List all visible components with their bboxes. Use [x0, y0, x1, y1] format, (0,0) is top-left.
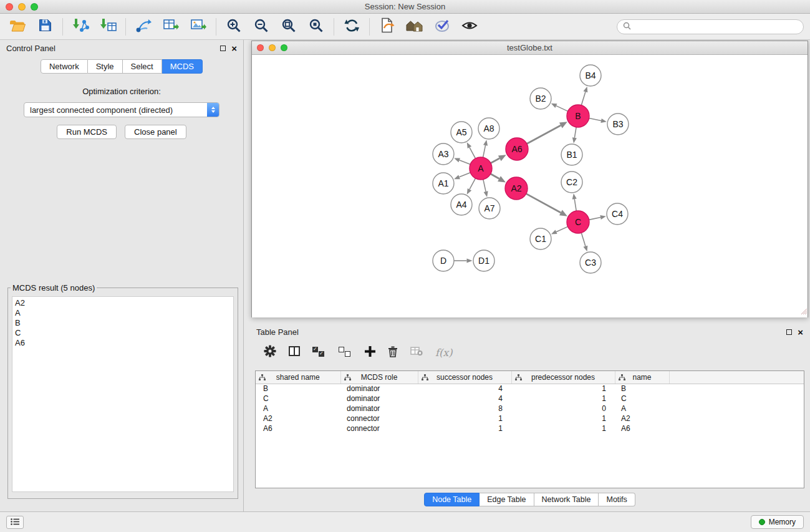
- graph-node-A4[interactable]: A4: [451, 194, 472, 215]
- graph-edge-C-C2[interactable]: [574, 199, 576, 211]
- list-item[interactable]: C: [15, 328, 233, 338]
- table-row[interactable]: A6connector11A6: [256, 423, 804, 433]
- home-button[interactable]: [403, 16, 426, 37]
- graph-node-D[interactable]: D: [433, 250, 454, 271]
- graph-node-C1[interactable]: C1: [530, 228, 551, 249]
- graph-edge-A-A2[interactable]: [491, 174, 499, 179]
- delete-table-button[interactable]: [410, 346, 423, 359]
- column-header[interactable]: MCDS role: [340, 371, 418, 384]
- resize-grip-icon[interactable]: [799, 306, 807, 317]
- minimize-view-button[interactable]: [269, 44, 276, 51]
- zoom-fit-button[interactable]: [277, 16, 300, 37]
- import-network-button[interactable]: [69, 16, 92, 37]
- network-share-button[interactable]: [132, 16, 155, 37]
- tab-mcds[interactable]: MCDS: [162, 59, 203, 74]
- graph-node-B4[interactable]: B4: [580, 65, 601, 86]
- tab-network-table[interactable]: Network Table: [534, 493, 599, 506]
- close-panel-button[interactable]: Close panel: [125, 125, 186, 139]
- graph-node-A6[interactable]: A6: [506, 138, 528, 160]
- list-item[interactable]: A: [15, 308, 233, 318]
- zoom-in-button[interactable]: [223, 16, 245, 37]
- graph-edge-A-A7[interactable]: [483, 180, 486, 192]
- graph-edge-A-A1[interactable]: [460, 173, 471, 177]
- search-input[interactable]: [635, 22, 798, 31]
- minimize-window-button[interactable]: [18, 3, 26, 11]
- graph-node-A3[interactable]: A3: [433, 143, 454, 165]
- show-graphics-button[interactable]: [458, 16, 481, 37]
- import-table-button[interactable]: [97, 16, 119, 37]
- graph-edge-B-B1[interactable]: [574, 127, 576, 138]
- graph-node-A7[interactable]: A7: [479, 198, 500, 219]
- tab-style[interactable]: Style: [88, 59, 123, 74]
- refresh-layout-button[interactable]: [340, 16, 363, 37]
- graph-node-A8[interactable]: A8: [478, 118, 499, 139]
- float-panel-icon[interactable]: [220, 46, 226, 51]
- graph-edge-B-B3[interactable]: [589, 118, 601, 121]
- show-columns-button[interactable]: [289, 346, 300, 359]
- close-window-button[interactable]: [6, 3, 13, 11]
- table-row[interactable]: Bdominator41B: [256, 384, 804, 394]
- column-header[interactable]: name: [615, 371, 669, 384]
- select-all-button[interactable]: [312, 347, 326, 358]
- graph-node-A2[interactable]: A2: [505, 177, 528, 200]
- zoom-out-button[interactable]: [250, 16, 272, 37]
- add-column-button[interactable]: [365, 346, 375, 359]
- graph-edge-A-A3[interactable]: [460, 160, 471, 165]
- function-builder-button[interactable]: f(x): [435, 347, 452, 359]
- column-header[interactable]: shared name: [256, 371, 340, 384]
- table-row[interactable]: Adominator80A: [256, 404, 804, 414]
- tab-network[interactable]: Network: [41, 59, 88, 74]
- list-item[interactable]: B: [15, 318, 233, 328]
- export-table-button[interactable]: [160, 16, 182, 37]
- page-export-button[interactable]: [376, 16, 398, 37]
- zoom-selected-button[interactable]: [305, 16, 327, 37]
- graph-edge-C-C4[interactable]: [589, 218, 600, 220]
- tab-select[interactable]: Select: [123, 59, 162, 74]
- graph-edge-A2-C[interactable]: [526, 194, 561, 213]
- table-settings-button[interactable]: [264, 345, 276, 360]
- close-table-panel-icon[interactable]: ×: [798, 327, 803, 337]
- mcds-result-list[interactable]: A2ABCA6: [12, 296, 234, 492]
- table-row[interactable]: Cdominator41C: [256, 394, 804, 404]
- graph-edge-A-A6[interactable]: [491, 158, 499, 163]
- criterion-dropdown[interactable]: largest connected component (directed): [24, 102, 219, 117]
- column-header[interactable]: successor nodes: [418, 371, 511, 384]
- network-canvas[interactable]: B4B2BB3A8A5A6A3B1AC2A1A2A4A7C4CC1DD1C3: [252, 55, 808, 317]
- tab-node-table[interactable]: Node Table: [424, 493, 480, 506]
- graph-node-C4[interactable]: C4: [607, 203, 628, 225]
- graph-node-B1[interactable]: B1: [561, 144, 582, 165]
- task-history-button[interactable]: [6, 516, 24, 529]
- graph-edge-A-A5[interactable]: [470, 147, 476, 158]
- graph-node-C2[interactable]: C2: [561, 172, 582, 193]
- run-mcds-button[interactable]: Run MCDS: [57, 125, 117, 139]
- graph-node-B3[interactable]: B3: [607, 114, 629, 135]
- memory-button[interactable]: Memory: [751, 515, 804, 529]
- close-view-button[interactable]: [257, 44, 264, 51]
- list-item[interactable]: A2: [15, 298, 233, 308]
- graph-node-D1[interactable]: D1: [473, 250, 494, 271]
- graph-node-C[interactable]: C: [567, 211, 589, 233]
- graph-edge-A-A8[interactable]: [483, 145, 486, 157]
- close-panel-icon[interactable]: ×: [231, 44, 237, 53]
- list-item[interactable]: A6: [15, 338, 233, 348]
- graph-node-A5[interactable]: A5: [451, 122, 472, 143]
- open-file-button[interactable]: [6, 16, 29, 37]
- select-check-button[interactable]: [431, 16, 453, 37]
- delete-column-button[interactable]: [388, 346, 398, 360]
- graph-edge-B-B4[interactable]: [581, 92, 586, 105]
- zoom-window-button[interactable]: [31, 3, 38, 11]
- graph-edge-B-B2[interactable]: [556, 106, 568, 112]
- graph-node-C3[interactable]: C3: [580, 252, 601, 273]
- export-image-button[interactable]: [187, 16, 210, 37]
- column-header[interactable]: predecessor nodes: [511, 371, 615, 384]
- graph-node-B[interactable]: B: [567, 105, 589, 127]
- graph-edge-C-C3[interactable]: [581, 233, 586, 246]
- graph-node-A[interactable]: A: [470, 157, 492, 180]
- search-field[interactable]: [617, 19, 804, 34]
- deselect-all-button[interactable]: [339, 347, 352, 358]
- graph-node-B2[interactable]: B2: [530, 88, 551, 109]
- table-row[interactable]: A2connector11A2: [256, 414, 804, 423]
- save-session-button[interactable]: [34, 16, 56, 37]
- float-table-panel-icon[interactable]: [786, 329, 792, 335]
- graph-edge-A6-B[interactable]: [527, 125, 561, 143]
